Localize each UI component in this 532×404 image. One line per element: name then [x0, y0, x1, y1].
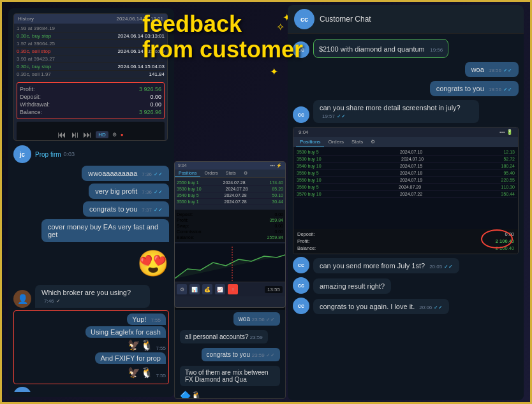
bm-emoji-row: 🔷🐧: [180, 391, 280, 399]
msg-text: $2100 with diamond and quantum: [319, 45, 425, 53]
phone-tab-settings[interactable]: ⚙: [367, 137, 379, 147]
ms-content: 2550 buy 1 2024.07.28 174.40 3530 buy 10…: [175, 178, 285, 207]
trade-row: 3550 buy 10 2024.07.19 220.55: [295, 177, 517, 184]
tab-settings-ms[interactable]: ⚙: [240, 170, 251, 177]
right-chat-header: cc Customer Chat: [288, 5, 524, 34]
msg-text: very big profit: [95, 187, 137, 195]
tab-stats[interactable]: Stats: [222, 170, 240, 177]
msg-congrats-again: cc congrats to you again. I love it. 20:…: [293, 298, 519, 314]
ms-summary-commission: Commission: 0.00: [177, 229, 283, 234]
row-label: 0.30c, sell 1.97: [17, 71, 51, 77]
label: Swap:: [177, 224, 189, 228]
phone-tabs[interactable]: Positions Orders Stats ⚙: [293, 137, 518, 147]
ms-row-value: 85.20: [272, 187, 283, 191]
chat-messages: jc Prop firm 0:03 wwoaaaaaaaaa 7:36 ✓✓ v…: [13, 145, 169, 392]
msg-time: 19:56: [489, 68, 501, 73]
deposit-val: 0.00: [274, 212, 283, 217]
msg-cover-money: cover money buy EAs very fast and get: [13, 219, 169, 242]
msg-time-bottom: 7:55: [156, 373, 166, 379]
label: Deposit:: [177, 212, 193, 217]
msg-amazing: cc amazing result right?: [293, 277, 519, 294]
trade-row: 3530 buy 10 2024.07.10 52.72: [295, 155, 517, 162]
trade-label: 3550 buy 5: [297, 171, 319, 175]
msg-time: 19:57: [322, 113, 335, 119]
video-thumbnail[interactable]: ⏮ ⏯ ⏭ HD ⚙ ● 0:03: [17, 122, 165, 141]
profit-value: 3 926.56: [139, 86, 161, 92]
ms-summary-profit: Profit: 359.84: [177, 217, 283, 223]
msg-bubble-received: Which broker are you using? 7:46 ✓: [35, 285, 150, 308]
trading-row: 0.30c, sell 1.97 141.84: [17, 71, 165, 78]
bm-bubble: woa 23:56 ✓✓: [233, 312, 280, 326]
msg-text: congrats to you: [89, 205, 137, 213]
msg-time: 19:56: [489, 87, 501, 92]
msg-text: wwoaaaaaaaaa: [88, 170, 137, 177]
bm-msg-woa: woa 23:56 ✓✓: [180, 312, 280, 328]
ms-summary-deposit: Deposit: 0.00: [177, 212, 283, 217]
tool-red[interactable]: !: [228, 284, 238, 294]
tool-1[interactable]: ⚙: [177, 284, 187, 294]
tool-4[interactable]: 📈: [215, 284, 225, 294]
msg-text: Using Eaglefx for cash: [91, 328, 161, 336]
label: Profit:: [297, 238, 310, 244]
ms-chart-svg: [175, 243, 285, 282]
trade-row: 3560 buy 5 2024.07.20 110.30: [295, 184, 517, 191]
ms-row-value: 30.44: [272, 199, 283, 204]
tool-3[interactable]: 💰: [202, 284, 212, 294]
msg-bubble-eagle: Using Eaglefx for cash: [85, 326, 166, 338]
ms-row-label: 3550 buy 1: [177, 199, 199, 204]
msg-time: 20:06: [419, 305, 432, 310]
video-time: 0:03: [151, 140, 161, 141]
tab-positions[interactable]: Positions: [175, 170, 200, 177]
tool-2[interactable]: 📊: [189, 284, 200, 294]
phone-signal: ▪▪▪ 🔋: [499, 129, 513, 135]
ms-summary-swap: Swap: 0.00: [177, 223, 283, 229]
highlighted-msg-box: Yup! 7:55 Using Eaglefx for cash 🦅🐧 7:55…: [13, 310, 169, 384]
msg-congrats-right: congrats to you 19:56 ✓✓: [293, 81, 519, 96]
commission-val: 0.00: [274, 229, 283, 234]
bm-bubble: all personal accounts? 23:59: [180, 330, 268, 343]
ms-summary: Deposit: 0.00 Profit: 359.84 Swap: 0.00 …: [175, 210, 285, 242]
title-line2: from customer: [142, 37, 303, 62]
msg-text: amazing result right?: [320, 282, 385, 290]
trade-value: 95.40: [503, 171, 515, 175]
ms-tabs[interactable]: Positions Orders Stats ⚙: [175, 170, 285, 178]
ms-row: 3550 buy 1 2024.07.28 30.44: [177, 199, 283, 205]
trade-label: 3560 buy 5: [297, 185, 319, 189]
right-messages: cc $2100 with diamond and quantum 19:56 …: [288, 34, 524, 397]
trade-date: 2024.07.10: [400, 150, 422, 154]
cc-avatar-small4: cc: [293, 277, 309, 294]
phone-tab-orders[interactable]: Orders: [324, 137, 347, 147]
ms-row: 3530 buy 10 2024.07.28 85.20: [177, 186, 283, 192]
msg-bubble-profit: very big profit 7:36 ✓✓: [89, 184, 169, 199]
left-chat-panel: History 2024.06.14 03:13:01 1.93 at 3968…: [8, 8, 174, 397]
bm-messages: woa 23:56 ✓✓ all personal accounts? 23:5…: [175, 310, 285, 399]
phone-tab-stats[interactable]: Stats: [348, 137, 367, 147]
ms-row-date: 2024.07.28: [225, 187, 248, 191]
trade-value: 350.44: [501, 192, 515, 196]
tab-orders[interactable]: Orders: [200, 170, 221, 177]
trade-label: 3530 buy 5: [297, 150, 319, 154]
msg-bubble-congrats: congrats to you 7:37 ✓✓: [83, 201, 169, 217]
trade-label: 3570 buy 10: [297, 192, 321, 196]
trade-value: 12.13: [503, 150, 515, 154]
phone-top: 9:04 ▪▪▪ 🔋: [293, 127, 518, 137]
prop-firm-label: Prop firm: [35, 151, 61, 158]
msg-fxify: And FXIFY for prop: [17, 352, 166, 364]
ms-row: 2550 buy 1 2024.07.28 174.40: [177, 180, 283, 186]
emoji-heart-eyes: 😍: [137, 249, 169, 278]
cc-avatar-small3: cc: [293, 257, 309, 273]
msg-check: ✓: [56, 298, 61, 304]
msg-text: Which broker are you using?: [41, 289, 131, 296]
user-avatar: 👤: [13, 290, 31, 308]
trade-row: 3570 buy 10 2024.07.22 350.44: [295, 191, 517, 198]
val: 0.00: [505, 231, 514, 237]
deposit-row: Deposit: 0.00: [20, 93, 161, 101]
profit-row: Profit: 3 926.56: [20, 85, 161, 93]
phone-tab-positions[interactable]: Positions: [296, 137, 324, 147]
withdrawal-row: Withdrawal: 0.00: [20, 101, 161, 108]
eagle-emoji: 🦅🐧: [128, 339, 153, 351]
swap-val: 0.00: [274, 224, 283, 228]
avatar-jc: jc: [13, 145, 31, 163]
ms-row-label: 3540 buy 5: [177, 193, 199, 198]
sparkle-3: ✦: [270, 66, 278, 78]
